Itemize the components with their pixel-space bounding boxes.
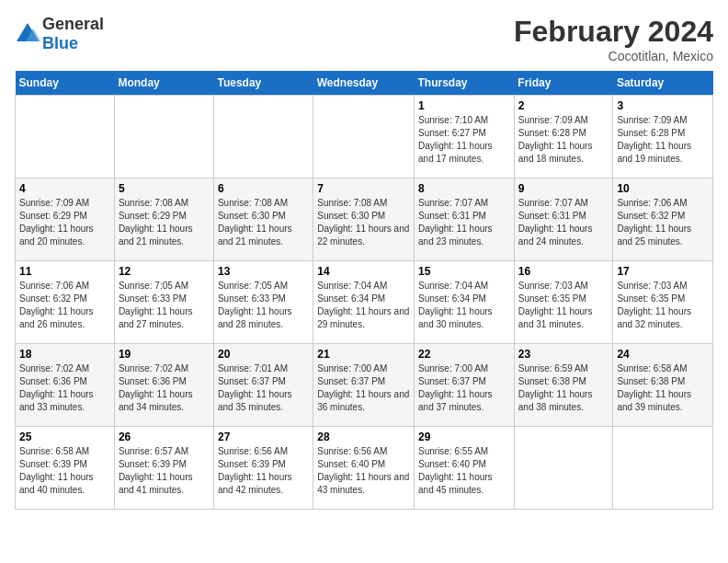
day-number: 18 xyxy=(19,348,110,361)
day-cell: 20Sunrise: 7:01 AMSunset: 6:37 PMDayligh… xyxy=(213,344,313,427)
day-cell: 16Sunrise: 7:03 AMSunset: 6:35 PMDayligh… xyxy=(514,261,613,344)
day-cell: 24Sunrise: 6:58 AMSunset: 6:38 PMDayligh… xyxy=(613,344,713,427)
day-cell: 4Sunrise: 7:09 AMSunset: 6:29 PMDaylight… xyxy=(16,178,115,261)
day-cell: 28Sunrise: 6:56 AMSunset: 6:40 PMDayligh… xyxy=(313,427,415,510)
day-cell xyxy=(114,96,213,178)
day-cell: 13Sunrise: 7:05 AMSunset: 6:33 PMDayligh… xyxy=(213,261,313,344)
day-number: 9 xyxy=(518,182,609,195)
day-cell: 17Sunrise: 7:03 AMSunset: 6:35 PMDayligh… xyxy=(613,261,713,344)
day-number: 4 xyxy=(19,182,110,195)
week-row-3: 11Sunrise: 7:06 AMSunset: 6:32 PMDayligh… xyxy=(16,261,713,344)
day-info: Sunrise: 6:58 AMSunset: 6:38 PMDaylight:… xyxy=(617,362,709,414)
header-day-friday: Friday xyxy=(514,71,613,96)
day-number: 12 xyxy=(119,265,210,278)
header-row: SundayMondayTuesdayWednesdayThursdayFrid… xyxy=(16,71,713,96)
day-cell xyxy=(313,96,415,178)
month-year-title: February 2024 xyxy=(514,15,713,49)
page-header: General Blue February 2024 Cocotitlan, M… xyxy=(15,15,713,63)
day-number: 26 xyxy=(119,431,210,443)
logo-general-text: General xyxy=(42,15,104,33)
day-cell xyxy=(16,96,115,178)
day-cell: 27Sunrise: 6:56 AMSunset: 6:39 PMDayligh… xyxy=(213,427,313,510)
header-day-saturday: Saturday xyxy=(613,71,713,96)
day-cell: 23Sunrise: 6:59 AMSunset: 6:38 PMDayligh… xyxy=(514,344,613,427)
day-cell: 2Sunrise: 7:09 AMSunset: 6:28 PMDaylight… xyxy=(514,96,613,178)
header-day-thursday: Thursday xyxy=(415,71,515,96)
day-number: 21 xyxy=(317,348,410,361)
day-number: 15 xyxy=(418,265,510,278)
day-cell: 10Sunrise: 7:06 AMSunset: 6:32 PMDayligh… xyxy=(613,178,713,261)
day-cell: 5Sunrise: 7:08 AMSunset: 6:29 PMDaylight… xyxy=(114,178,213,261)
day-info: Sunrise: 7:05 AMSunset: 6:33 PMDaylight:… xyxy=(119,280,210,331)
day-info: Sunrise: 6:56 AMSunset: 6:39 PMDaylight:… xyxy=(218,445,309,497)
day-number: 3 xyxy=(617,99,709,112)
day-info: Sunrise: 7:01 AMSunset: 6:37 PMDaylight:… xyxy=(218,362,309,414)
day-info: Sunrise: 7:09 AMSunset: 6:28 PMDaylight:… xyxy=(518,114,609,166)
day-cell: 6Sunrise: 7:08 AMSunset: 6:30 PMDaylight… xyxy=(213,178,313,261)
day-cell: 7Sunrise: 7:08 AMSunset: 6:30 PMDaylight… xyxy=(313,178,415,261)
day-info: Sunrise: 7:03 AMSunset: 6:35 PMDaylight:… xyxy=(518,280,609,331)
day-info: Sunrise: 7:08 AMSunset: 6:30 PMDaylight:… xyxy=(317,197,410,248)
day-info: Sunrise: 7:00 AMSunset: 6:37 PMDaylight:… xyxy=(418,362,510,414)
calendar-table: SundayMondayTuesdayWednesdayThursdayFrid… xyxy=(15,71,713,510)
day-number: 10 xyxy=(617,182,709,195)
day-number: 23 xyxy=(518,348,609,361)
day-number: 11 xyxy=(19,265,110,278)
day-cell: 15Sunrise: 7:04 AMSunset: 6:34 PMDayligh… xyxy=(415,261,515,344)
day-info: Sunrise: 7:00 AMSunset: 6:37 PMDaylight:… xyxy=(317,362,410,414)
logo-icon xyxy=(15,21,40,47)
week-row-4: 18Sunrise: 7:02 AMSunset: 6:36 PMDayligh… xyxy=(16,344,713,427)
day-cell: 3Sunrise: 7:09 AMSunset: 6:28 PMDaylight… xyxy=(613,96,713,178)
logo: General Blue xyxy=(15,15,104,53)
calendar-body: 1Sunrise: 7:10 AMSunset: 6:27 PMDaylight… xyxy=(16,96,713,510)
header-day-tuesday: Tuesday xyxy=(213,71,313,96)
day-info: Sunrise: 6:59 AMSunset: 6:38 PMDaylight:… xyxy=(518,362,609,414)
day-number: 29 xyxy=(418,431,510,443)
title-section: February 2024 Cocotitlan, Mexico xyxy=(514,15,713,63)
location-subtitle: Cocotitlan, Mexico xyxy=(514,49,713,63)
day-info: Sunrise: 7:06 AMSunset: 6:32 PMDaylight:… xyxy=(617,197,709,248)
day-info: Sunrise: 7:02 AMSunset: 6:36 PMDaylight:… xyxy=(19,362,110,414)
header-day-monday: Monday xyxy=(114,71,213,96)
day-number: 17 xyxy=(617,265,709,278)
week-row-1: 1Sunrise: 7:10 AMSunset: 6:27 PMDaylight… xyxy=(16,96,713,178)
day-number: 22 xyxy=(418,348,510,361)
day-cell: 11Sunrise: 7:06 AMSunset: 6:32 PMDayligh… xyxy=(16,261,115,344)
day-info: Sunrise: 7:03 AMSunset: 6:35 PMDaylight:… xyxy=(617,280,709,331)
day-number: 27 xyxy=(218,431,309,443)
day-number: 16 xyxy=(518,265,609,278)
day-number: 1 xyxy=(418,99,510,112)
day-cell: 12Sunrise: 7:05 AMSunset: 6:33 PMDayligh… xyxy=(114,261,213,344)
day-info: Sunrise: 7:09 AMSunset: 6:28 PMDaylight:… xyxy=(617,114,709,166)
day-cell: 14Sunrise: 7:04 AMSunset: 6:34 PMDayligh… xyxy=(313,261,415,344)
day-info: Sunrise: 7:06 AMSunset: 6:32 PMDaylight:… xyxy=(19,280,110,331)
day-cell: 1Sunrise: 7:10 AMSunset: 6:27 PMDaylight… xyxy=(415,96,515,178)
day-number: 20 xyxy=(218,348,309,361)
day-cell: 8Sunrise: 7:07 AMSunset: 6:31 PMDaylight… xyxy=(415,178,515,261)
day-info: Sunrise: 6:57 AMSunset: 6:39 PMDaylight:… xyxy=(119,445,210,497)
header-day-wednesday: Wednesday xyxy=(313,71,415,96)
day-number: 13 xyxy=(218,265,309,278)
day-cell: 26Sunrise: 6:57 AMSunset: 6:39 PMDayligh… xyxy=(114,427,213,510)
week-row-5: 25Sunrise: 6:58 AMSunset: 6:39 PMDayligh… xyxy=(16,427,713,510)
day-cell: 25Sunrise: 6:58 AMSunset: 6:39 PMDayligh… xyxy=(16,427,115,510)
day-info: Sunrise: 7:07 AMSunset: 6:31 PMDaylight:… xyxy=(418,197,510,248)
day-info: Sunrise: 7:10 AMSunset: 6:27 PMDaylight:… xyxy=(418,114,510,166)
day-info: Sunrise: 6:56 AMSunset: 6:40 PMDaylight:… xyxy=(317,445,410,497)
day-number: 5 xyxy=(119,182,210,195)
day-info: Sunrise: 7:08 AMSunset: 6:29 PMDaylight:… xyxy=(119,197,210,248)
day-cell: 21Sunrise: 7:00 AMSunset: 6:37 PMDayligh… xyxy=(313,344,415,427)
day-info: Sunrise: 7:08 AMSunset: 6:30 PMDaylight:… xyxy=(218,197,309,248)
week-row-2: 4Sunrise: 7:09 AMSunset: 6:29 PMDaylight… xyxy=(16,178,713,261)
day-number: 24 xyxy=(617,348,709,361)
day-number: 8 xyxy=(418,182,510,195)
day-cell: 9Sunrise: 7:07 AMSunset: 6:31 PMDaylight… xyxy=(514,178,613,261)
day-number: 2 xyxy=(518,99,609,112)
day-cell xyxy=(514,427,613,510)
day-cell: 29Sunrise: 6:55 AMSunset: 6:40 PMDayligh… xyxy=(415,427,515,510)
day-cell xyxy=(613,427,713,510)
day-number: 7 xyxy=(317,182,410,195)
logo-blue-text: Blue xyxy=(42,34,78,52)
day-info: Sunrise: 6:55 AMSunset: 6:40 PMDaylight:… xyxy=(418,445,510,497)
day-number: 14 xyxy=(317,265,410,278)
